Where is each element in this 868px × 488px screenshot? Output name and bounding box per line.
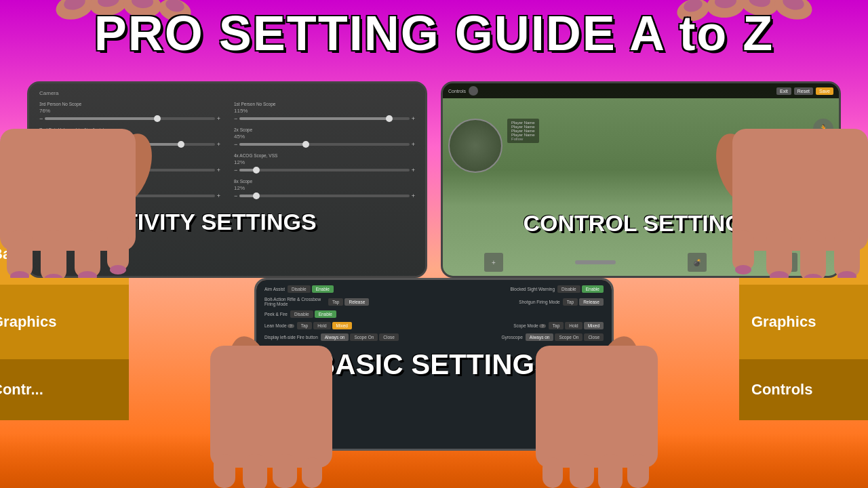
scope-item-8x: 8x Scope 12% − + — [234, 179, 415, 199]
svg-rect-20 — [75, 230, 100, 278]
player-list: Player Name Player Name Player Name Play… — [507, 119, 539, 143]
svg-rect-37 — [210, 346, 332, 468]
svg-rect-40 — [273, 454, 297, 488]
svg-rect-45 — [570, 454, 594, 488]
svg-rect-29 — [766, 230, 792, 278]
svg-rect-43 — [536, 346, 658, 468]
hand-right — [698, 61, 868, 278]
svg-rect-38 — [214, 454, 235, 488]
card-controls-right[interactable]: Controls — [739, 359, 868, 420]
svg-rect-19 — [41, 230, 66, 278]
svg-point-32 — [735, 265, 751, 274]
scope-item-1st: 1st Person No Scope 115% − + — [234, 102, 415, 122]
svg-rect-31 — [834, 230, 860, 278]
hand-left — [0, 61, 170, 278]
page-title: PRO SETTING GUIDE A to Z — [94, 5, 774, 61]
scope-item-4x-right: 4x ACOG Scope, VSS 12% − + — [234, 153, 415, 174]
svg-rect-47 — [627, 454, 649, 488]
svg-rect-30 — [800, 230, 826, 278]
hand-bottom — [197, 264, 671, 488]
svg-rect-46 — [598, 454, 623, 488]
card-graphics-right[interactable]: Graphics — [739, 285, 868, 359]
svg-rect-41 — [302, 458, 322, 488]
scope-item-2x: 2x Scope 45% − + — [234, 127, 415, 148]
svg-point-25 — [110, 265, 126, 274]
svg-rect-39 — [243, 454, 267, 488]
sensitivity-col-right: 1st Person No Scope 115% − + 2x Scope — [234, 102, 415, 199]
card-controls-left[interactable]: Contr... — [0, 359, 129, 420]
gear-icon — [469, 86, 478, 96]
minimap — [448, 119, 502, 173]
svg-rect-44 — [542, 458, 563, 488]
svg-rect-18 — [7, 230, 33, 278]
card-graphics-left[interactable]: Graphics — [0, 285, 129, 359]
